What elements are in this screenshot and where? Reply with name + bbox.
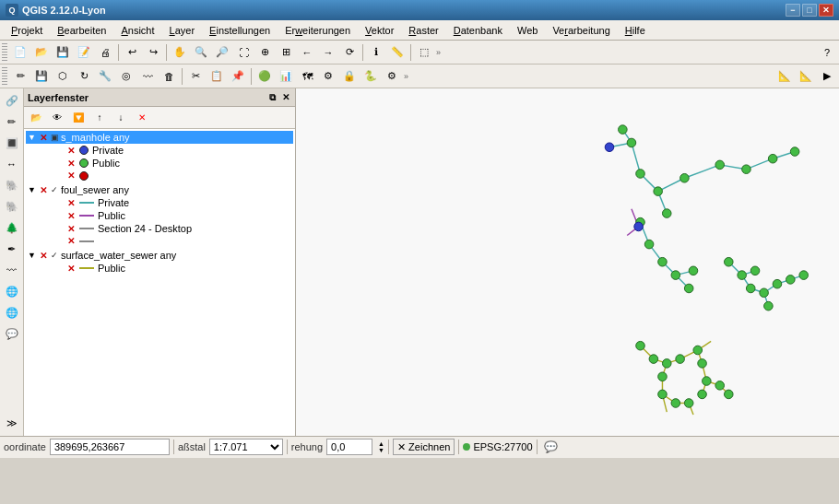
cut-button[interactable]: ✂ <box>185 66 206 87</box>
maximize-button[interactable]: □ <box>802 4 817 17</box>
menu-raster[interactable]: Raster <box>401 23 445 38</box>
plugin7-button[interactable]: ⚙ <box>382 66 402 87</box>
measure-button[interactable]: 📏 <box>387 42 408 63</box>
layer-panel-close-button[interactable]: ✕ <box>280 92 291 103</box>
paste-button[interactable]: 📌 <box>228 66 248 87</box>
layer-item-public-manhole[interactable]: ✕ Public <box>26 157 293 170</box>
menu-verarbeitung[interactable]: Verarbeitung <box>545 23 617 38</box>
rightpanel-button[interactable]: ▶ <box>817 66 837 87</box>
digitize-button[interactable]: ◎ <box>116 66 136 87</box>
layer-item-public-surface[interactable]: ✕ Public <box>26 262 293 275</box>
layer-item-public-sewer[interactable]: ✕ Public <box>26 209 293 222</box>
layer-item-private-sewer[interactable]: ✕ Private <box>26 196 293 209</box>
new-button[interactable]: 📄 <box>10 42 30 63</box>
trace-button[interactable]: 〰 <box>137 66 158 87</box>
left-tool-6[interactable]: 🐘 <box>2 196 22 217</box>
menu-hilfe[interactable]: Hilfe <box>618 23 653 38</box>
scale-select[interactable]: 1:7.071 1:10.000 1:25.000 <box>209 439 283 455</box>
save-as-button[interactable]: 📝 <box>74 42 94 63</box>
refresh-button[interactable]: ⟳ <box>339 42 360 63</box>
rotation-input[interactable] <box>326 439 372 455</box>
menu-vektor[interactable]: Vektor <box>358 23 401 38</box>
rotation-stepper[interactable]: ▲ ▼ <box>378 440 384 453</box>
layer-item-section24[interactable]: ✕ Section 24 - Desktop <box>26 222 293 235</box>
layer-panel-float-button[interactable]: ⧉ <box>267 92 278 103</box>
coordinate-input[interactable] <box>50 439 170 455</box>
left-tool-10[interactable]: 🌐 <box>2 281 22 301</box>
zoom-layer-button[interactable]: ⊞ <box>276 42 296 63</box>
edit-pencil-button[interactable]: ✏ <box>10 66 30 87</box>
delete-button[interactable]: 🗑 <box>159 66 179 87</box>
copy-button[interactable]: 📋 <box>207 66 227 87</box>
select-button[interactable]: ⬚ <box>414 42 434 63</box>
layer-group-surface-water-header[interactable]: ▼ ✕ ✓ surface_water_sewer any <box>26 249 293 262</box>
left-tool-9[interactable]: 〰 <box>2 260 22 280</box>
plugin4-button[interactable]: ⚙ <box>318 66 338 87</box>
svg-point-62 <box>760 288 769 298</box>
layer-down-button[interactable]: ↓ <box>111 108 131 128</box>
left-tool-5[interactable]: 🐘 <box>2 175 22 195</box>
layer-open-button[interactable]: 📂 <box>26 108 46 128</box>
left-tool-11[interactable]: 🌐 <box>2 302 22 322</box>
layer-item-sewer-unknown[interactable]: ✕ <box>26 235 293 247</box>
map-canvas[interactable] <box>296 88 839 436</box>
left-tool-1[interactable]: 🔗 <box>2 90 22 111</box>
svg-point-63 <box>773 279 782 288</box>
menu-ansicht[interactable]: Ansicht <box>113 23 161 38</box>
left-tool-3[interactable]: 🔳 <box>2 133 22 153</box>
left-tool-12[interactable]: 💬 <box>2 323 22 344</box>
menu-web[interactable]: Web <box>510 23 545 38</box>
zoom-in-button[interactable]: 🔍 <box>191 42 211 63</box>
print-button[interactable]: 🖨 <box>95 42 115 63</box>
ruler-button[interactable]: 📐 <box>774 66 795 87</box>
epsg-badge[interactable]: EPSG:27700 <box>463 441 532 452</box>
layer-group-s-manhole-header[interactable]: ▼ ✕ ▣ s_manhole any <box>26 131 293 144</box>
zoom-out-button[interactable]: 🔎 <box>212 42 232 63</box>
layer-remove-button[interactable]: ✕ <box>132 108 152 128</box>
menu-erweiterungen[interactable]: Erweiterungen <box>278 23 358 38</box>
zoom-full-button[interactable]: ⛶ <box>233 42 254 63</box>
left-tool-4[interactable]: ↔ <box>2 154 22 174</box>
menu-bearbeiten[interactable]: Bearbeiten <box>50 23 113 38</box>
close-button[interactable]: ✕ <box>819 4 833 17</box>
left-tool-7[interactable]: 🌲 <box>2 217 22 238</box>
layer-up-button[interactable]: ↑ <box>89 108 110 128</box>
redo-button[interactable]: ↪ <box>143 42 163 63</box>
draw-button[interactable]: ✕ Zeichnen <box>393 439 455 455</box>
menu-einstellungen[interactable]: Einstellungen <box>202 23 278 38</box>
save-button[interactable]: 💾 <box>53 42 73 63</box>
plugin6-button[interactable]: 🐍 <box>360 66 381 87</box>
menu-layer[interactable]: Layer <box>162 23 203 38</box>
layer-filter-button[interactable]: 🔽 <box>68 108 89 128</box>
open-button[interactable]: 📂 <box>31 42 52 63</box>
undo-button[interactable]: ↩ <box>122 42 142 63</box>
plugin2-button[interactable]: 📊 <box>276 66 296 87</box>
menu-datenbank[interactable]: Datenbank <box>446 23 510 38</box>
left-tool-bottom[interactable]: ≫ <box>2 414 22 434</box>
rotate-button[interactable]: ↻ <box>74 66 94 87</box>
left-tool-8[interactable]: ✒ <box>2 239 22 259</box>
zoom-prev-button[interactable]: ← <box>297 42 317 63</box>
left-tool-2[interactable]: ✏ <box>2 111 22 132</box>
plugin1-button[interactable]: 🟢 <box>254 66 275 87</box>
angle-button[interactable]: 📐 <box>796 66 816 87</box>
help-button[interactable]: ? <box>817 42 837 63</box>
edit-nodes-button[interactable]: ⬡ <box>53 66 73 87</box>
identify-button[interactable]: ℹ <box>366 42 386 63</box>
more-tools-2[interactable]: » <box>403 72 409 81</box>
save-edit-button[interactable]: 💾 <box>31 66 52 87</box>
zoom-next-button[interactable]: → <box>318 42 338 63</box>
pan-button[interactable]: ✋ <box>170 42 190 63</box>
plugin5-button[interactable]: 🔒 <box>339 66 360 87</box>
snap-button[interactable]: 🔧 <box>95 66 115 87</box>
plugin3-button[interactable]: 🗺 <box>297 66 317 87</box>
layer-item-private-manhole[interactable]: ✕ Private <box>26 144 293 157</box>
message-button[interactable]: 💬 <box>541 437 561 457</box>
zoom-selected-button[interactable]: ⊕ <box>254 42 275 63</box>
layer-item-unknown-manhole[interactable]: ✕ <box>26 170 293 182</box>
more-tools[interactable]: » <box>435 48 442 57</box>
layer-group-foul-sewer-header[interactable]: ▼ ✕ ✓ foul_sewer any <box>26 183 293 196</box>
menu-projekt[interactable]: Projekt <box>4 23 50 38</box>
layer-visibility-button[interactable]: 👁 <box>47 108 67 128</box>
minimize-button[interactable]: − <box>786 4 800 17</box>
